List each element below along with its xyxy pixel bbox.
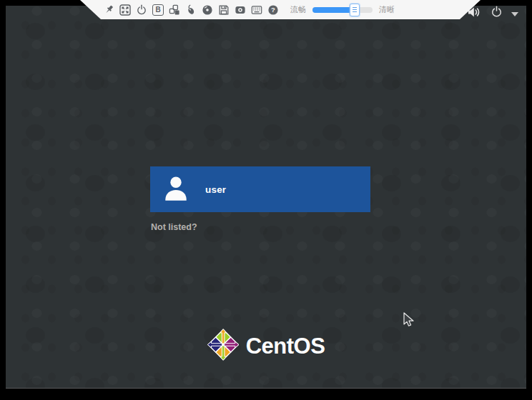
usb-disk-icon	[218, 4, 230, 16]
quality-slider[interactable]	[312, 7, 373, 13]
remote-power-button[interactable]	[135, 4, 148, 16]
fullscreen-button[interactable]	[119, 4, 132, 16]
caret-down-icon	[511, 8, 518, 19]
power-button[interactable]	[491, 6, 503, 20]
on-screen-keyboard-button[interactable]	[250, 4, 263, 16]
toolbar-icon-group: B	[102, 4, 280, 16]
fullscreen-icon	[119, 4, 131, 16]
user-avatar-icon	[162, 174, 190, 205]
on-screen-keyboard-icon	[251, 4, 262, 16]
usb-disk-button[interactable]	[217, 4, 230, 16]
gdm-status-area	[467, 6, 518, 20]
not-listed-link[interactable]: Not listed?	[151, 222, 197, 232]
remote-viewer-toolbar: B	[80, 0, 481, 19]
pin-icon	[104, 4, 114, 15]
pin-toolbar-button[interactable]	[102, 4, 115, 16]
user-name-label: user	[205, 184, 226, 195]
letter-b-key-button[interactable]: B	[152, 4, 164, 16]
slider-smooth-label: 流畅	[290, 4, 306, 15]
centos-logo-icon	[207, 329, 240, 364]
power-circle-icon	[136, 4, 147, 16]
centos-branding: CentOS	[207, 329, 325, 364]
session-menu-button[interactable]	[511, 8, 518, 19]
disc-icon	[202, 4, 213, 16]
user-list-item-user[interactable]: user	[150, 166, 370, 212]
letter-b-icon: B	[152, 4, 164, 16]
centos-wordmark: CentOS	[246, 334, 325, 359]
help-button[interactable]: ?	[267, 4, 280, 16]
quality-slider-handle[interactable]	[350, 4, 360, 16]
svg-text:?: ?	[271, 6, 275, 14]
screen-record-button[interactable]	[234, 4, 247, 16]
mouse-settings-button[interactable]	[184, 4, 197, 16]
quality-slider-group: 流畅 清晰	[290, 4, 395, 15]
slider-clear-label: 清晰	[379, 4, 395, 15]
shortcut-keys-icon	[169, 4, 180, 16]
power-icon	[491, 6, 503, 20]
help-icon: ?	[267, 4, 279, 16]
screen-record-icon	[235, 4, 246, 16]
mouse-icon	[185, 4, 197, 16]
shortcut-keys-button[interactable]	[168, 4, 181, 16]
disc-button[interactable]	[201, 4, 214, 16]
quality-slider-fill	[312, 7, 355, 13]
